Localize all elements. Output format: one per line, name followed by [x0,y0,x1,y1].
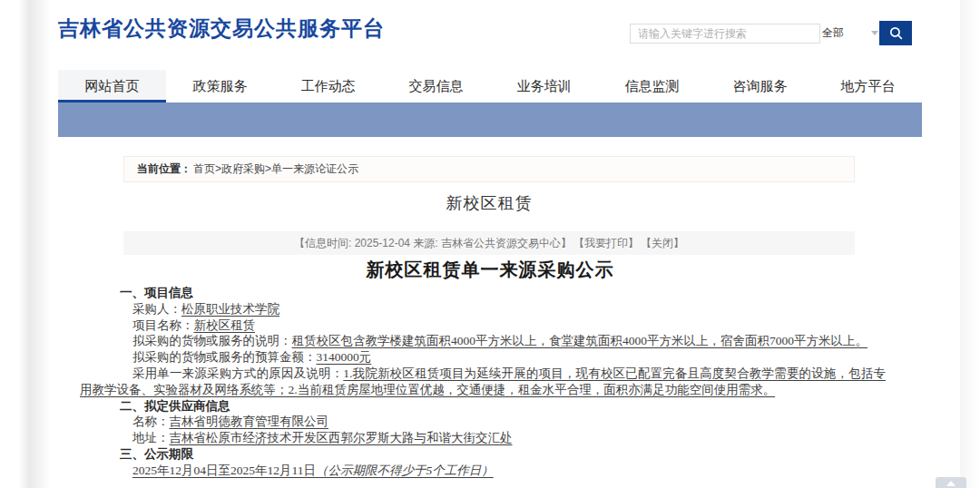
article-heading: 新校区租赁单一来源采购公示 [87,258,893,282]
main-nav: 网站首页 政策服务 工作动态 交易信息 业务培训 信息监测 咨询服务 地方平台 [58,70,922,102]
nav-tab[interactable]: 工作动态 [274,70,382,102]
item-note: （公示期限不得少于5个工作日） [316,464,494,477]
search-icon [888,25,904,41]
section-item: 名称：吉林省明德教育管理有限公司 [80,414,886,430]
item-value: 2025年12月04日至2025年12月11日 [132,464,316,477]
nav-tab[interactable]: 信息监测 [598,70,706,102]
section-title: 三、公示期限 [80,446,886,463]
section-item: 项目名称：新校区租赁 [80,317,886,334]
breadcrumb: 当前位置： 首页>政府采购>单一来源论证公示 [123,156,855,182]
page-right-shadow [960,0,980,488]
section-item: 拟采购的货物或服务的预算金额：3140000元 [80,349,886,366]
section-item: 2025年12月04日至2025年12月11日（公示期限不得少于5个工作日） [80,463,886,479]
article-meta-info: 【信息时间: 2025-12-04 来源: 吉林省公共资源交易中心】 [294,237,572,249]
nav-tab[interactable]: 业务培训 [490,70,598,102]
search-input[interactable] [630,24,820,44]
document-title: 新校区租赁 [123,192,855,214]
breadcrumb-path[interactable]: 首页>政府采购>单一来源论证公示 [193,161,358,177]
page-left-shadow [18,0,51,488]
section-title: 一、项目信息 [80,285,886,301]
nav-tab-label: 信息监测 [625,78,680,93]
article-meta-bar: 【信息时间: 2025-12-04 来源: 吉林省公共资源交易中心】【我要打印】… [123,231,855,255]
nav-tab-label: 地方平台 [841,78,896,93]
city-bar [58,102,922,137]
item-label: 采用单一来源采购方式的原因及说明： [132,366,343,380]
article-section: 三、公示期限 2025年12月04日至2025年12月11日（公示期限不得少于5… [80,446,886,479]
search-category-value: 全部 [822,25,844,41]
section-item: 采购人：松原职业技术学院 [80,301,886,317]
search-category-select[interactable]: 全部 [818,23,882,44]
nav-tab-label: 咨询服务 [733,78,788,93]
nav-tab[interactable]: 咨询服务 [706,70,814,102]
item-value: 3140000元 [317,350,372,364]
close-link[interactable]: 【关闭】 [641,237,684,249]
chevron-up-icon [946,481,956,486]
item-label: 地址： [132,431,170,444]
back-to-top-button[interactable] [936,477,966,488]
article-body: 一、项目信息 采购人：松原职业技术学院项目名称：新校区租赁拟采购的货物或服务的说… [80,285,886,479]
nav-tab-label: 政策服务 [193,78,248,93]
item-label: 拟采购的货物或服务的说明： [132,334,292,347]
site-title: 吉林省公共资源交易公共服务平台 [58,15,385,43]
nav-tab-label: 业务培训 [517,78,572,93]
print-link[interactable]: 【我要打印】 [573,237,639,249]
article-section: 二、拟定供应商信息 名称：吉林省明德教育管理有限公司地址：吉林省松原市经济技术开… [80,398,886,446]
nav-tab-label: 工作动态 [301,78,356,93]
section-item: 地址：吉林省松原市经济技术开发区西郭尔罗斯大路与和谐大街交汇处 [80,430,886,446]
nav-tab[interactable]: 政策服务 [166,70,274,102]
nav-tab-label: 网站首页 [85,78,140,93]
breadcrumb-label: 当前位置： [137,161,191,177]
item-value: 租赁校区包含教学楼建筑面积4000平方米以上，食堂建筑面积4000平方米以上，宿… [292,334,868,347]
item-value: 新校区租赁 [194,318,256,332]
nav-tab[interactable]: 网站首页 [58,70,166,102]
item-value: 吉林省松原市经济技术开发区西郭尔罗斯大路与和谐大街交汇处 [170,431,513,444]
nav-tab-label: 交易信息 [409,78,464,93]
item-label: 拟采购的货物或服务的预算金额： [132,350,317,364]
page: 吉林省公共资源交易公共服务平台 全部 网站首页 政策服务 工作动态 交易信息 业… [0,0,980,488]
section-title: 二、拟定供应商信息 [80,398,886,415]
nav-tab[interactable]: 地方平台 [814,70,922,102]
item-value: 吉林省明德教育管理有限公司 [170,415,329,428]
nav-tab[interactable]: 交易信息 [382,70,490,102]
section-item: 拟采购的货物或服务的说明：租赁校区包含教学楼建筑面积4000平方米以上，食堂建筑… [80,333,886,349]
item-label: 采购人： [132,302,181,316]
article-section: 一、项目信息 采购人：松原职业技术学院项目名称：新校区租赁拟采购的货物或服务的说… [80,285,886,398]
chevron-down-icon [871,31,878,35]
search-button[interactable] [879,21,912,45]
section-item: 采用单一来源采购方式的原因及说明：1.我院新校区租赁项目为延续开展的项目，现有校… [80,366,886,398]
item-label: 名称： [132,415,170,428]
item-value: 松原职业技术学院 [181,302,279,316]
item-label: 项目名称： [132,318,194,332]
